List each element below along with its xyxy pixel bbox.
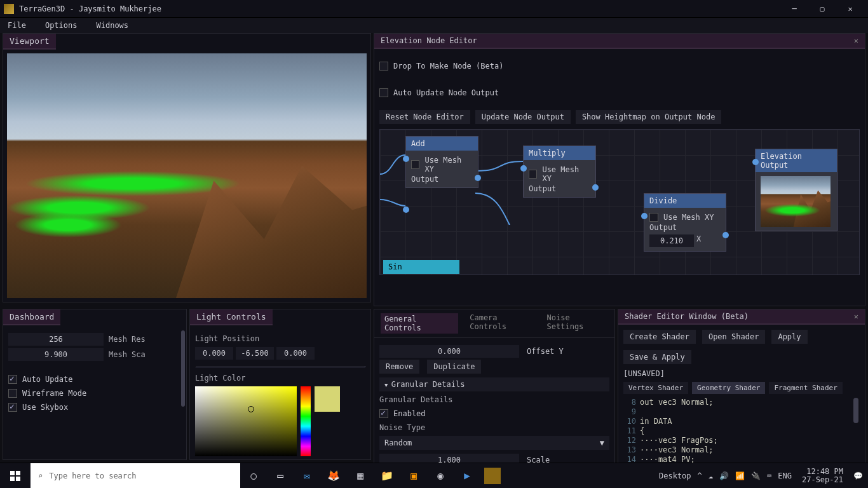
svg-rect-1 <box>16 471 20 475</box>
minimize-button[interactable]: ─ <box>780 0 808 18</box>
tab-geometry[interactable]: Geometry Shader <box>692 382 765 394</box>
drop-make-node-label: Drop To Make Node (Beta) <box>393 62 503 71</box>
noise-type-dropdown[interactable]: Random ▼ <box>379 436 609 450</box>
offset-y-label: Offset Y <box>527 347 564 356</box>
node-editor-title[interactable]: Elevation Node Editor <box>381 36 477 45</box>
node-divide[interactable]: Divide Use Mesh XY Output 0.210 X <box>644 193 726 252</box>
code-scrollbar[interactable] <box>853 398 858 423</box>
tray-chevron-icon[interactable]: ^ <box>698 471 702 480</box>
search-placeholder: Type here to search <box>49 471 136 480</box>
svg-rect-0 <box>10 471 15 475</box>
node-divide-header: Divide <box>644 194 726 208</box>
light-color-label: Light Color <box>195 374 365 383</box>
notifications-icon[interactable]: 💬 <box>853 471 863 480</box>
firefox-icon[interactable]: 🦊 <box>324 466 343 485</box>
mail-icon[interactable]: ✉ <box>297 466 316 485</box>
tab-camera[interactable]: Camera Controls <box>470 313 535 334</box>
create-shader-button[interactable]: Create Shader <box>623 330 696 344</box>
node-elevation-output[interactable]: Elevation Output <box>755 149 837 231</box>
node-sin[interactable]: Sin <box>383 260 459 274</box>
light-controls-tab[interactable]: Light Controls <box>190 309 273 325</box>
taskbar-icon[interactable]: ▭ <box>271 466 290 485</box>
close-icon[interactable]: ✕ <box>854 36 858 45</box>
wireframe-check[interactable]: Wireframe Mode <box>8 389 181 398</box>
tab-fragment[interactable]: Fragment Shader <box>769 382 842 394</box>
duplicate-button[interactable]: Duplicate <box>427 360 481 374</box>
show-heightmap-button[interactable]: Show Heightmap on Output Node <box>576 110 722 124</box>
offset-y-input[interactable]: 0.000 <box>379 345 519 358</box>
taskbar-search[interactable]: ⌕ Type here to search <box>31 463 240 489</box>
menu-file[interactable]: File <box>8 21 26 30</box>
shader-editor-title[interactable]: Shader Editor Window (Beta) <box>625 312 749 321</box>
lang-indicator[interactable]: ENG <box>778 471 792 480</box>
chrome-icon[interactable]: ◉ <box>431 466 450 485</box>
app-icon <box>4 4 14 14</box>
dashboard-scrollbar[interactable] <box>181 330 185 407</box>
volume-icon[interactable]: 🔊 <box>719 471 729 480</box>
light-z-input[interactable]: 0.000 <box>276 347 315 360</box>
node-add[interactable]: Add Use Mesh XY Output <box>405 136 478 188</box>
general-controls-panel: General Controls Camera Controls Noise S… <box>374 309 615 488</box>
light-position-label: Light Position <box>195 334 365 343</box>
color-sv-picker[interactable] <box>195 386 297 456</box>
viewport-tab[interactable]: Viewport <box>3 34 56 50</box>
mesh-res-input[interactable]: 256 <box>8 333 104 346</box>
auto-update-node-check[interactable]: Auto Update Node Output <box>379 88 499 97</box>
node-canvas[interactable]: Add Use Mesh XY Output Multiply Use Mesh… <box>379 129 860 275</box>
mesh-sca-input[interactable]: 9.900 <box>8 348 104 361</box>
tab-general[interactable]: General Controls <box>381 313 458 334</box>
skybox-check[interactable]: Use Skybox <box>8 403 181 412</box>
menu-options[interactable]: Options <box>45 21 78 30</box>
node-divide-value[interactable]: 0.210 <box>649 234 694 247</box>
shader-editor-tab: Shader Editor Window (Beta) ✕ <box>618 309 865 325</box>
light-x-input[interactable]: 0.000 <box>195 347 233 360</box>
close-button[interactable]: ✕ <box>836 0 864 18</box>
node-add-usemesh[interactable]: Use Mesh XY <box>411 156 473 173</box>
node-divide-usemesh[interactable]: Use Mesh XY <box>649 213 721 222</box>
noise-type-label: Noise Type <box>379 423 609 432</box>
node-multiply[interactable]: Multiply Use Mesh XY Output <box>523 146 596 198</box>
drop-make-node-check[interactable]: Drop To Make Node (Beta) <box>379 62 503 71</box>
terragen-taskbar-icon[interactable] <box>484 468 501 484</box>
sublime-icon[interactable]: ▣ <box>404 466 423 485</box>
explorer-icon[interactable]: 📁 <box>377 466 397 485</box>
wifi-icon[interactable]: 📶 <box>735 471 745 480</box>
update-node-button[interactable]: Update Node Output <box>475 110 571 124</box>
tab-vertex[interactable]: Vertex Shader <box>623 382 688 394</box>
maximize-button[interactable]: ▢ <box>808 0 836 18</box>
menu-windows[interactable]: Widnows <box>96 21 128 30</box>
granular-label: Granular Details <box>379 395 609 404</box>
svg-rect-3 <box>16 477 20 481</box>
close-icon[interactable]: ✕ <box>854 312 858 321</box>
dashboard-panel: Dashboard 256 Mesh Res 9.900 Mesh Sca Au… <box>3 309 187 460</box>
reset-node-button[interactable]: Reset Node Editor <box>379 110 470 124</box>
color-hue-slider[interactable] <box>301 386 311 456</box>
keyboard-icon[interactable]: ⌨ <box>767 471 771 480</box>
dashboard-tab[interactable]: Dashboard <box>3 309 60 325</box>
viewport-render[interactable] <box>7 53 367 298</box>
light-y-input[interactable]: -6.500 <box>236 347 274 360</box>
taskbar-clock[interactable]: 12:48 PM 27-Sep-21 <box>798 468 847 484</box>
battery-icon[interactable]: 🔌 <box>751 471 761 480</box>
node-elevation-header: Elevation Output <box>756 149 837 172</box>
task-view-icon[interactable]: ○ <box>244 466 263 485</box>
shader-unsaved-label: [UNSAVED] <box>623 369 860 378</box>
node-multiply-usemesh[interactable]: Use Mesh XY <box>529 165 590 183</box>
auto-update-node-label: Auto Update Node Output <box>393 88 499 97</box>
tab-noise[interactable]: Noise Settings <box>547 313 608 334</box>
remove-button[interactable]: Remove <box>379 360 419 374</box>
app-icon-1[interactable]: ▦ <box>351 466 370 485</box>
node-multiply-header: Multiply <box>524 146 595 160</box>
menu-bar: File Options Widnows <box>0 18 868 33</box>
onedrive-icon[interactable]: ☁ <box>709 471 713 480</box>
open-shader-button[interactable]: Open Shader <box>702 330 765 344</box>
granular-collapse[interactable]: Granular Details <box>379 377 609 391</box>
enabled-check[interactable]: Enabled <box>379 409 609 418</box>
auto-update-check[interactable]: Auto Update <box>8 375 181 384</box>
chevron-down-icon: ▼ <box>600 438 604 447</box>
apply-shader-button[interactable]: Apply <box>771 330 807 344</box>
start-button[interactable] <box>0 463 31 489</box>
terminal-icon[interactable]: ▶ <box>458 466 477 485</box>
desktop-label[interactable]: Desktop <box>659 471 691 480</box>
save-apply-button[interactable]: Save & Apply <box>623 350 691 364</box>
